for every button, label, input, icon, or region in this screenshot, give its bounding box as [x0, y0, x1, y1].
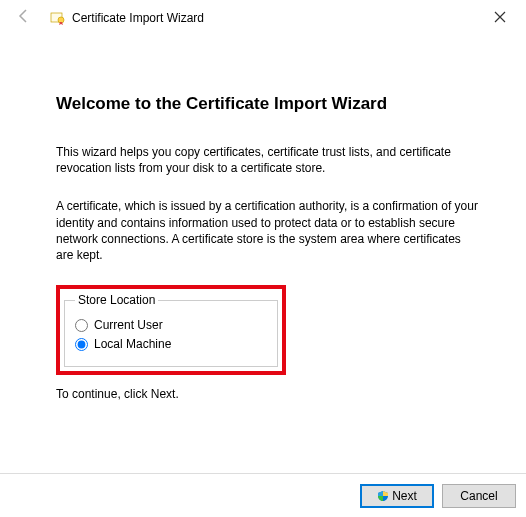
titlebar: Certificate Import Wizard	[0, 0, 526, 36]
wizard-footer: Next Cancel	[0, 473, 526, 517]
uac-shield-icon	[377, 490, 389, 502]
continue-text: To continue, click Next.	[56, 387, 480, 401]
next-button[interactable]: Next	[360, 484, 434, 508]
certificate-wizard-icon	[50, 10, 66, 26]
store-location-highlight: Store Location Current User Local Machin…	[56, 285, 286, 375]
next-button-label: Next	[392, 489, 417, 503]
radio-current-user[interactable]: Current User	[75, 318, 267, 332]
wizard-content: Welcome to the Certificate Import Wizard…	[0, 36, 526, 411]
cancel-button-label: Cancel	[460, 489, 497, 503]
radio-local-machine-label: Local Machine	[94, 337, 171, 351]
page-heading: Welcome to the Certificate Import Wizard	[56, 94, 480, 114]
intro-paragraph-1: This wizard helps you copy certificates,…	[56, 144, 480, 176]
radio-current-user-label: Current User	[94, 318, 163, 332]
store-location-legend: Store Location	[75, 293, 158, 307]
close-icon[interactable]	[484, 6, 516, 30]
radio-current-user-input[interactable]	[75, 319, 88, 332]
intro-paragraph-2: A certificate, which is issued by a cert…	[56, 198, 480, 263]
cancel-button[interactable]: Cancel	[442, 484, 516, 508]
back-arrow-icon[interactable]	[10, 6, 38, 30]
radio-local-machine-input[interactable]	[75, 338, 88, 351]
store-location-group: Store Location Current User Local Machin…	[64, 293, 278, 367]
window-title: Certificate Import Wizard	[72, 11, 204, 25]
radio-local-machine[interactable]: Local Machine	[75, 337, 267, 351]
